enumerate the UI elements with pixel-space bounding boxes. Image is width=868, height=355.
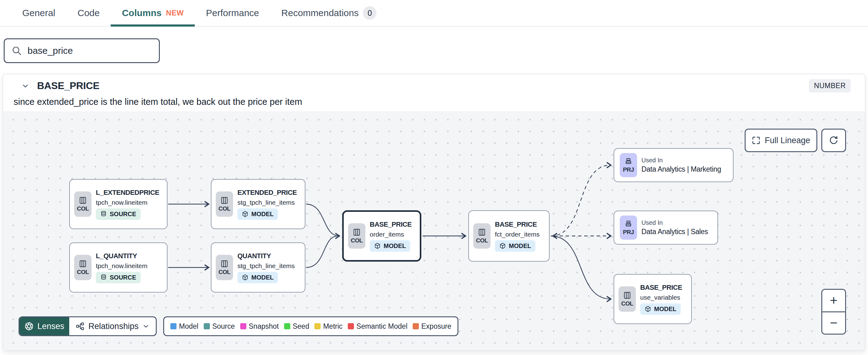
column-card: BASE_PRICE NUMBER since extended_price i…	[2, 73, 866, 351]
cube-icon	[645, 305, 651, 312]
tab-general[interactable]: General	[11, 0, 66, 26]
resource-kind-badge: SOURCE	[96, 272, 141, 283]
lenses-button[interactable]: Lenses	[20, 317, 69, 335]
node-title: BASE_PRICE	[370, 220, 412, 229]
resource-kind-badge: MODEL	[495, 240, 535, 252]
node-subtitle: fct_order_items	[495, 231, 540, 238]
node-l-extendedprice[interactable]: COL L_EXTENDEDPRICE tpch_now.lineitem SO…	[69, 179, 167, 229]
legend-swatch	[284, 323, 290, 329]
refresh-button[interactable]	[821, 129, 846, 152]
node-base-price-use-variables[interactable]: COL BASE_PRICE use_variables MODEL	[614, 274, 692, 324]
resource-kind-badge: MODEL	[238, 208, 278, 220]
columns-icon	[220, 260, 228, 268]
legend-item-model: Model	[170, 322, 198, 331]
tab-code[interactable]: Code	[66, 0, 111, 26]
column-type-badge: COL	[348, 223, 365, 248]
column-type-badge: COL	[216, 255, 233, 280]
lineage-edges	[3, 111, 865, 350]
columns-icon	[79, 260, 87, 268]
tab-label: Columns	[122, 8, 161, 18]
project-icon	[624, 220, 632, 228]
column-type-badge: COL	[74, 255, 92, 280]
node-title: BASE_PRICE	[495, 220, 540, 229]
edge-extendedprice-baseprice	[306, 204, 339, 236]
column-search	[4, 38, 160, 63]
legend-item-snapshot: Snapshot	[240, 322, 279, 331]
column-description: since extended_price is the line item to…	[13, 97, 851, 107]
node-subtitle: stg_tpch_line_items	[238, 199, 297, 206]
used-in-label: Used In	[642, 219, 708, 226]
cube-icon	[242, 274, 249, 281]
node-subtitle: stg_tpch_line_items	[238, 262, 295, 270]
column-type-badge: COL	[74, 191, 92, 217]
aperture-icon	[24, 322, 34, 331]
search-input[interactable]	[28, 46, 152, 56]
edge-fct-usevariables	[551, 236, 611, 299]
tab-label: Performance	[206, 8, 259, 18]
expand-icon	[752, 136, 761, 145]
columns-icon	[220, 196, 228, 204]
cube-icon	[242, 211, 249, 217]
node-title: L_QUANTITY	[96, 252, 148, 260]
node-l-quantity[interactable]: COL L_QUANTITY tpch_now.lineitem SOURCE	[69, 242, 167, 293]
collapse-chevron-icon[interactable]	[21, 82, 30, 90]
legend-item-metric: Metric	[314, 322, 342, 331]
data-type-badge: NUMBER	[809, 79, 851, 92]
lens-toolbar: Lenses Relationships	[19, 316, 157, 336]
column-type-badge: COL	[216, 191, 233, 217]
legend-swatch	[170, 323, 177, 329]
column-type-badge: COL	[619, 286, 636, 312]
tab-performance[interactable]: Performance	[195, 0, 270, 26]
tab-columns[interactable]: Columns NEW	[111, 0, 195, 26]
node-title: QUANTITY	[238, 252, 295, 260]
node-title: Data Analytics | Sales	[642, 228, 708, 236]
legend-swatch	[240, 323, 246, 329]
relationships-dropdown[interactable]: Relationships	[69, 317, 156, 335]
tab-recommendations[interactable]: Recommendations 0	[270, 0, 388, 26]
legend-item-semantic-model: Semantic Model	[348, 322, 407, 331]
new-badge: NEW	[166, 9, 184, 17]
database-icon	[100, 274, 107, 281]
columns-icon	[623, 291, 631, 299]
edge-quantity-baseprice	[306, 236, 338, 267]
database-icon	[100, 211, 107, 217]
node-used-in-sales[interactable]: PRJ Used In Data Analytics | Sales	[614, 211, 718, 245]
cube-icon	[374, 242, 381, 249]
project-type-badge: PRJ	[620, 153, 637, 177]
legend-swatch	[348, 323, 354, 329]
node-base-price-fct-order-items[interactable]: COL BASE_PRICE fct_order_items MODEL	[468, 210, 550, 262]
node-title: EXTENDED_PRICE	[238, 189, 297, 197]
zoom-out-button[interactable]: −	[822, 312, 845, 334]
resource-kind-badge: MODEL	[238, 272, 278, 283]
columns-icon	[478, 228, 486, 236]
full-lineage-button[interactable]: Full Lineage	[745, 129, 817, 152]
tab-label: General	[22, 8, 55, 18]
node-base-price-order-items[interactable]: COL BASE_PRICE order_items MODEL	[342, 210, 421, 262]
column-card-header: BASE_PRICE NUMBER since extended_price i…	[3, 74, 865, 111]
legend-item-source: Source	[204, 322, 235, 331]
column-name: BASE_PRICE	[37, 80, 99, 92]
resource-legend: Model Source Snapshot Seed Metric Semant…	[163, 316, 458, 336]
chevron-down-icon	[142, 323, 150, 330]
column-type-badge: COL	[473, 223, 491, 248]
resource-kind-badge: SOURCE	[96, 208, 141, 220]
legend-swatch	[204, 323, 210, 329]
node-used-in-marketing[interactable]: PRJ Used In Data Analytics | Marketing	[614, 148, 734, 182]
refresh-icon	[829, 136, 839, 145]
lineage-canvas[interactable]: COL L_EXTENDEDPRICE tpch_now.lineitem SO…	[3, 111, 865, 350]
zoom-control: + −	[821, 289, 846, 334]
columns-icon	[79, 196, 87, 204]
node-title: BASE_PRICE	[640, 284, 682, 292]
node-subtitle: use_variables	[640, 294, 682, 301]
edge-fct-marketing	[551, 165, 611, 236]
cube-icon	[499, 242, 506, 249]
node-extended-price[interactable]: COL EXTENDED_PRICE stg_tpch_line_items M…	[211, 179, 305, 229]
zoom-in-button[interactable]: +	[822, 290, 845, 312]
tab-label: Recommendations	[281, 8, 359, 18]
project-type-badge: PRJ	[620, 215, 637, 240]
recommendations-count-badge: 0	[363, 6, 376, 20]
relationships-icon	[75, 322, 85, 331]
node-subtitle: order_items	[370, 231, 412, 238]
legend-item-exposure: Exposure	[413, 322, 451, 331]
node-quantity[interactable]: COL QUANTITY stg_tpch_line_items MODEL	[211, 242, 305, 293]
